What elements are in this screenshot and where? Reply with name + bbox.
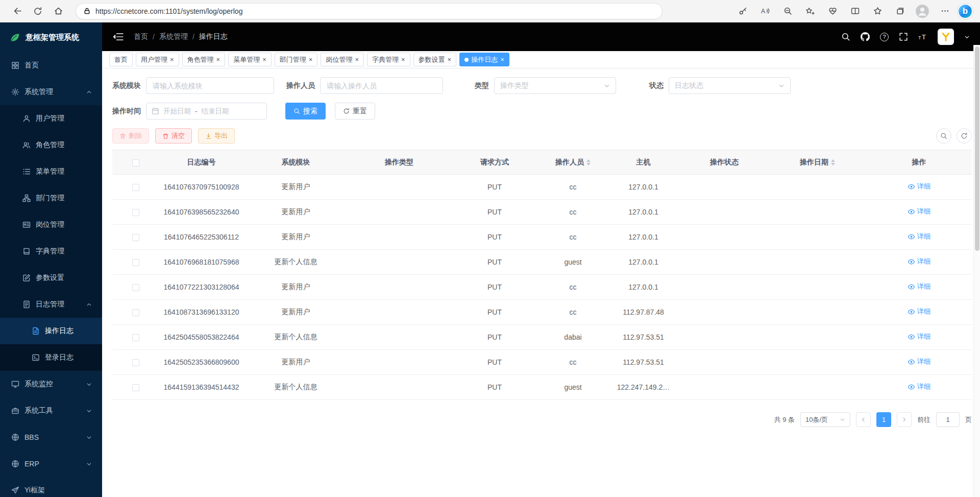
sidebar-item-menu-mgmt[interactable]: 菜单管理 [0,158,102,185]
scrollbar-thumb[interactable] [975,46,979,251]
tab-close-icon[interactable]: × [170,56,174,63]
more-options-icon[interactable] [935,3,954,20]
read-aloud-icon[interactable]: A [755,3,775,20]
status-select[interactable]: 日志状态 [669,77,791,94]
sort-icon[interactable] [586,159,591,165]
tab-close-icon[interactable]: × [355,56,359,63]
sidebar-item-login-log[interactable]: 登录日志 [0,344,102,371]
favorites-add-icon[interactable] [800,3,820,20]
row-checkbox[interactable] [132,359,139,366]
tab-param-settings[interactable]: 参数设置× [413,53,457,66]
tab-close-icon[interactable]: × [500,56,504,63]
tab-dept-mgmt[interactable]: 部门管理× [275,53,318,66]
sidebar-item-bbs[interactable]: BBS [0,424,102,451]
row-checkbox[interactable] [132,184,139,191]
bing-icon[interactable]: b [958,4,973,19]
detail-link[interactable]: 详细 [908,332,931,341]
header-date[interactable]: 操作日期 [769,150,866,175]
export-button[interactable]: 导出 [198,128,235,144]
row-checkbox[interactable] [132,209,139,216]
row-checkbox[interactable] [132,309,139,316]
select-all-checkbox[interactable] [132,159,139,167]
delete-button[interactable]: 删除 [112,128,149,144]
tab-close-icon[interactable]: × [448,56,452,63]
breadcrumb-home[interactable]: 首页 [134,32,148,41]
github-icon[interactable] [861,32,870,41]
next-page-button[interactable] [897,412,912,427]
tab-user-mgmt[interactable]: 用户管理× [136,53,179,66]
breadcrumb-system-mgmt[interactable]: 系统管理 [159,32,188,41]
key-icon[interactable] [733,3,752,20]
reset-button[interactable]: 重置 [335,103,375,120]
sidebar-item-system-mgmt[interactable]: 系统管理 [0,79,102,105]
row-checkbox[interactable] [132,384,139,391]
row-checkbox[interactable] [132,259,139,266]
profile-avatar[interactable] [913,3,932,20]
address-bar[interactable]: https://ccnetcore.com:1101/system/log/op… [76,3,663,19]
chevron-down-icon[interactable] [964,34,970,40]
fullscreen-icon[interactable] [899,32,908,41]
font-size-icon[interactable]: TT [918,32,927,41]
tab-menu-mgmt[interactable]: 菜单管理× [228,53,272,66]
detail-link[interactable]: 详细 [908,207,931,216]
favorites-icon[interactable] [868,3,887,20]
sidebar-item-param-settings[interactable]: 参数设置 [0,265,102,291]
user-logo-avatar[interactable] [938,29,954,45]
sort-icon[interactable] [831,159,835,165]
sidebar-item-yi-framework[interactable]: Yi框架 [0,477,102,497]
tab-close-icon[interactable]: × [309,56,313,63]
tab-oper-log[interactable]: 操作日志× [459,53,509,66]
tab-close-icon[interactable]: × [401,56,405,63]
detail-link[interactable]: 详细 [908,182,931,191]
tab-close-icon[interactable]: × [216,56,220,63]
detail-link[interactable]: 详细 [908,307,931,316]
refresh-page-icon[interactable] [28,3,48,20]
toggle-search-button[interactable] [936,128,951,144]
page-number-button[interactable]: 1 [876,412,891,427]
sidebar-item-dict-mgmt[interactable]: 字典管理 [0,238,102,265]
sidebar-item-log-mgmt[interactable]: 日志管理 [0,291,102,318]
sidebar-item-system-tools[interactable]: 系统工具 [0,397,102,424]
page-size-select[interactable]: 10条/页 [800,412,850,427]
tab-close-icon[interactable]: × [262,56,266,63]
detail-link[interactable]: 详细 [908,257,931,266]
prev-page-button[interactable] [856,412,871,427]
collections-icon[interactable] [890,3,910,20]
detail-link[interactable]: 详细 [908,232,931,241]
row-checkbox[interactable] [132,234,139,241]
type-select[interactable]: 操作类型 [494,77,616,94]
window-scrollbar[interactable] [973,45,980,497]
help-icon[interactable]: ? [880,33,889,41]
collapse-sidebar-icon[interactable] [112,31,124,42]
sidebar-item-user-mgmt[interactable]: 用户管理 [0,105,102,132]
browser-essentials-icon[interactable] [823,3,842,20]
date-range-picker[interactable]: 开始日期 - 结束日期 [146,103,267,120]
tab-post-mgmt[interactable]: 岗位管理× [321,53,364,66]
refresh-table-button[interactable] [957,128,972,144]
search-icon[interactable] [841,32,850,41]
sidebar-item-home[interactable]: 首页 [0,52,102,79]
clear-button[interactable]: 清空 [155,128,192,144]
row-checkbox[interactable] [132,334,139,341]
back-icon[interactable] [7,3,28,20]
row-checkbox[interactable] [132,284,139,291]
header-operator[interactable]: 操作人员 [539,150,607,175]
detail-link[interactable]: 详细 [908,382,931,391]
operator-input[interactable] [320,77,443,94]
sidebar-item-dept-mgmt[interactable]: 部门管理 [0,185,102,211]
module-input[interactable] [146,77,274,94]
detail-link[interactable]: 详细 [908,282,931,291]
split-screen-icon[interactable] [845,3,865,20]
sidebar-item-system-monitor[interactable]: 系统监控 [0,371,102,397]
detail-link[interactable]: 详细 [908,357,931,366]
sidebar-item-oper-log[interactable]: 操作日志 [0,318,102,344]
tab-role-mgmt[interactable]: 角色管理× [182,53,226,66]
home-icon[interactable] [48,3,68,20]
tab-home[interactable]: 首页 [109,53,133,66]
search-button[interactable]: 搜索 [285,103,326,120]
tab-dict-mgmt[interactable]: 字典管理× [367,53,410,66]
sidebar-item-role-mgmt[interactable]: 角色管理 [0,132,102,158]
sidebar-item-post-mgmt[interactable]: 岗位管理 [0,211,102,238]
goto-page-input[interactable] [936,412,960,427]
sidebar-item-erp[interactable]: ERP [0,451,102,477]
